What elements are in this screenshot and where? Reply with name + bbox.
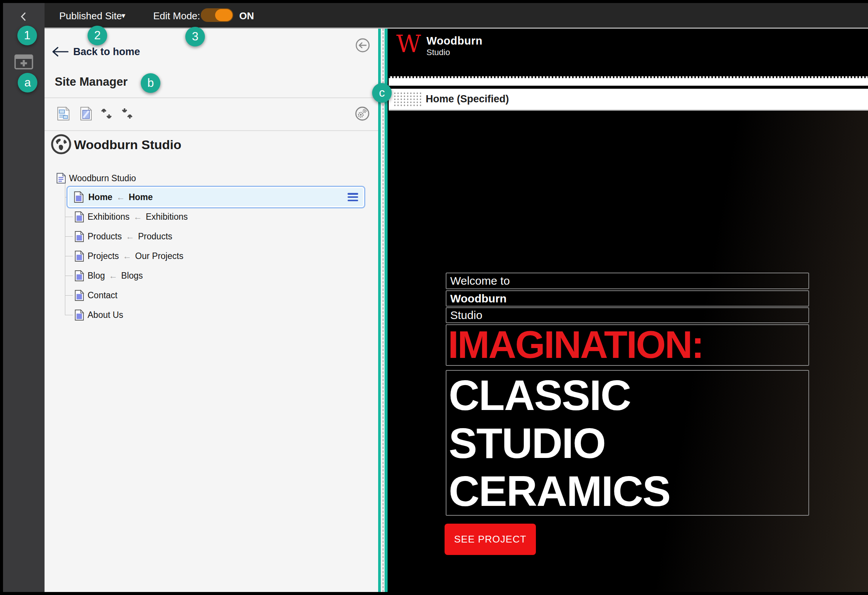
page-icon (74, 309, 84, 321)
collapse-panel-icon[interactable] (355, 38, 370, 53)
page-target: Blogs (121, 271, 143, 281)
tree-item-products[interactable]: Products ← Products (74, 230, 172, 243)
tree-item-contact[interactable]: Contact (74, 289, 117, 302)
back-arrow-icon[interactable] (51, 46, 69, 57)
annotation-badge-2: 2 (88, 26, 107, 45)
page-icon (74, 211, 84, 223)
row-menu-icon[interactable] (348, 193, 358, 201)
maps-to-arrow: ← (123, 251, 131, 261)
new-window-icon[interactable] (14, 54, 33, 69)
page-name: Contact (88, 290, 117, 301)
top-bar (3, 3, 868, 28)
annotation-badge-a: a (18, 73, 37, 92)
headline-line-2: STUDIO (449, 419, 808, 467)
edit-mode-toggle[interactable] (201, 8, 233, 22)
section-label[interactable]: Home (Specified) (426, 93, 509, 105)
headline-line-3: CERAMICS (449, 467, 808, 515)
collapse-rail-icon[interactable] (18, 11, 29, 22)
page-name: Products (88, 231, 122, 242)
edit-region-gap (389, 78, 868, 86)
edit-mode-label: Edit Mode: (153, 10, 200, 22)
hero-highlight-text: IMAGINATION: (446, 325, 808, 364)
page-target: Products (138, 231, 172, 242)
divider (45, 97, 378, 98)
chevron-down-icon[interactable]: ▾ (122, 11, 125, 20)
splitter-grip[interactable] (381, 29, 385, 592)
maps-to-arrow: ← (109, 271, 117, 281)
edit-mode-state: ON (239, 10, 254, 22)
new-page-icon[interactable] (57, 106, 70, 121)
tree-connector (65, 236, 73, 237)
new-content-icon[interactable] (79, 106, 93, 121)
tree-root-item[interactable]: Woodburn Studio (56, 171, 136, 185)
page-icon (74, 290, 84, 301)
expand-all-icon[interactable] (100, 106, 114, 121)
panel-title: Site Manager (55, 75, 128, 89)
tree-item-projects[interactable]: Projects ← Our Projects (74, 250, 183, 262)
hero-line-1: Welcome to (446, 273, 808, 288)
maps-to-arrow: ← (126, 231, 134, 242)
annotation-badge-1: 1 (17, 26, 37, 45)
page-name: Home (88, 192, 112, 202)
site-logo-name[interactable]: Woodburn (426, 35, 482, 47)
divider (45, 130, 378, 131)
headline-line-1: CLASSIC (449, 371, 808, 419)
tree-connector (65, 217, 73, 217)
tree-connector (65, 276, 73, 276)
see-project-button[interactable]: SEE PROJECT (445, 524, 536, 555)
page-target: Exhibitions (146, 212, 188, 222)
page-target: Our Projects (135, 251, 183, 261)
preview-hero-section: Welcome to Woodburn Studio IMAGINATION: … (389, 111, 868, 592)
hero-line-3: Studio (446, 308, 808, 322)
page-icon (74, 191, 84, 203)
site-node-icon (56, 173, 66, 184)
app-window: Published Site ▾ Edit Mode: ON 1 2 3 a b… (0, 0, 868, 595)
tree-item-about-us[interactable]: About Us (74, 308, 123, 321)
tree-item-home-selected[interactable]: Home ← Home (66, 186, 365, 208)
site-preview: W Woodburn Studio Home (Specified) Welco… (389, 29, 868, 592)
published-site-dropdown[interactable]: Published Site (59, 10, 122, 22)
page-icon (74, 250, 84, 262)
back-to-home-link[interactable]: Back to home (73, 46, 140, 58)
hero-text-field-2[interactable]: Woodburn (446, 290, 809, 307)
globe-icon (51, 134, 72, 155)
toggle-knob[interactable] (215, 9, 232, 21)
tree-connector (65, 256, 73, 256)
hero-text-field-3[interactable]: Studio (446, 307, 809, 323)
hero-headline-field[interactable]: CLASSIC STUDIO CERAMICS (446, 370, 809, 516)
annotation-badge-b: b (141, 73, 160, 93)
collapse-all-icon[interactable] (121, 106, 134, 121)
hero-highlight-field[interactable]: IMAGINATION: (446, 324, 809, 366)
drag-handle-icon[interactable] (393, 92, 422, 106)
page-icon (74, 231, 84, 242)
annotation-badge-3: 3 (185, 27, 205, 46)
tree-connector (65, 295, 73, 296)
page-icon (74, 270, 84, 282)
panel-splitter[interactable] (378, 29, 388, 592)
site-logo-subtitle[interactable]: Studio (426, 48, 450, 57)
page-name: Projects (88, 251, 119, 261)
site-manager-panel: Back to home Site Manager (45, 29, 378, 592)
site-title[interactable]: Woodburn Studio (74, 137, 182, 152)
settings-gears-icon[interactable] (355, 106, 370, 121)
tree-connector (65, 315, 73, 315)
maps-to-arrow: ← (116, 192, 125, 202)
page-name: Blog (88, 271, 105, 281)
hero-line-2: Woodburn (446, 291, 808, 306)
annotation-badge-c: c (372, 83, 392, 103)
tree-item-blog[interactable]: Blog ← Blogs (74, 269, 143, 282)
site-logo-monogram[interactable]: W (396, 32, 421, 56)
page-name: About Us (88, 310, 123, 320)
section-label-band: Home (Specified) (389, 89, 868, 109)
preview-site-header: W Woodburn Studio (389, 29, 868, 76)
tree-root-label: Woodburn Studio (69, 173, 136, 183)
maps-to-arrow: ← (133, 212, 142, 222)
page-name: Exhibitions (88, 212, 129, 222)
section-top-bar (389, 86, 868, 89)
tree-item-exhibitions[interactable]: Exhibitions ← Exhibitions (74, 210, 188, 223)
page-target: Home (129, 192, 153, 202)
hero-text-field-1[interactable]: Welcome to (446, 273, 809, 289)
